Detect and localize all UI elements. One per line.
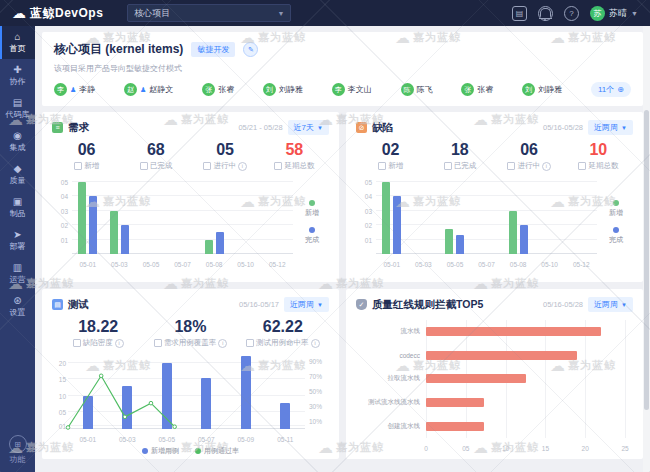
legend-dot (613, 200, 619, 206)
stat-label-text: 已完成 (454, 161, 477, 171)
bar-track (426, 327, 625, 336)
legend-item[interactable]: 完成 (305, 227, 319, 245)
app-logo[interactable]: ☁ 蓝鲸DevOps (0, 5, 111, 22)
y-axis-tick: 03 (356, 208, 372, 215)
period-dropdown[interactable]: 近两周 ▼ (284, 297, 329, 312)
code-repo-icon: ▤ (13, 97, 22, 108)
member-chip[interactable]: 赵♟赵静文 (124, 83, 173, 96)
legend-item[interactable]: 新增 (305, 200, 319, 218)
more-members-badge[interactable]: 11个⊕ (591, 82, 631, 97)
sidebar-item-运营[interactable]: ▥运营 (0, 257, 35, 290)
period-value: 近两周 (594, 299, 618, 310)
legend-item[interactable]: 完成 (609, 227, 623, 245)
sidebar-item-代码库[interactable]: ▤代码库 (0, 92, 35, 125)
chart-column (104, 176, 136, 254)
redline-card: ✓ 质量红线规则拦截TOP5 05/16-05/28 近两周 ▼ 流水线code… (346, 289, 643, 459)
stat-label: 已完成 (121, 161, 190, 171)
left-axis-tick: 05 (59, 409, 66, 416)
x-axis-tick: 25 (621, 445, 628, 452)
sidebar-item-协作[interactable]: ✚协作 (0, 59, 35, 92)
changelog-icon[interactable]: ▤ (512, 6, 527, 21)
member-name: 张睿 (218, 84, 234, 95)
calendar-icon (378, 162, 386, 170)
project-card: 核心项目 (kernel items) 敏捷开发 ✎ 该项目采用产品导向型敏捷交… (42, 32, 643, 106)
stat-label: 已完成 (425, 161, 494, 171)
calendar-icon (507, 162, 515, 170)
card-header: ≡ 需求 05/21 - 05/28 近7天 ▼ (52, 120, 329, 135)
chart-legend: 新增用例用例通过率 (52, 446, 329, 456)
left-axis-tick: 15 (59, 376, 66, 383)
stat-label-text: 进行中 (517, 161, 540, 171)
chart-column (471, 176, 503, 254)
x-axis-tick: 05-01 (68, 436, 108, 443)
y-axis-tick: 04 (356, 193, 372, 200)
x-axis-tick: 05-08 (502, 261, 534, 268)
sidebar-item-质量[interactable]: ◆质量 (0, 158, 35, 191)
info-icon[interactable]: i (542, 162, 551, 171)
period-dropdown[interactable]: 近两周 ▼ (588, 120, 633, 135)
member-chip[interactable]: 张张睿 (461, 83, 493, 96)
project-select-value: 核心项目 (134, 7, 170, 20)
sidebar-item-label: 运营 (10, 275, 26, 284)
scrollbar-track[interactable] (643, 26, 650, 472)
date-range: 05/21 - 05/28 (238, 123, 282, 132)
legend-item[interactable]: 新增 (609, 200, 623, 218)
member-chip[interactable]: 李李文山 (332, 83, 372, 96)
stat: 05进行中i (191, 141, 260, 171)
sidebar-item-制品[interactable]: ▣制品 (0, 191, 35, 224)
member-name: 李文山 (348, 84, 372, 95)
bar-完成 (393, 196, 401, 254)
avatar: 张 (461, 83, 474, 96)
member-chip[interactable]: 刘刘静雅 (522, 83, 562, 96)
member-chip[interactable]: 陈陈飞 (401, 83, 433, 96)
y-axis-tick: 04 (52, 193, 68, 200)
stat-label-text: 需求用例覆盖率 (164, 338, 217, 348)
period-dropdown[interactable]: 近7天 ▼ (288, 120, 329, 135)
sidebar-item-label: 功能 (10, 455, 26, 464)
grouped-bar-chart: 010203040505-0105-0305-0505-0705-0805-10… (356, 176, 633, 268)
legend-item[interactable]: 用例通过率 (195, 446, 239, 456)
chart-column (261, 176, 293, 254)
sidebar-item-部署[interactable]: ➤部署 (0, 224, 35, 257)
owner-icon: ♟ (70, 86, 76, 93)
sidebar-item-设置[interactable]: ⊛设置 (0, 290, 35, 323)
project-select[interactable]: 核心项目 ▼ (127, 4, 291, 22)
user-menu[interactable]: 苏 苏晴 ▼ (590, 6, 638, 21)
sidebar-item-label: 集成 (10, 143, 26, 152)
avatar: 陈 (401, 83, 414, 96)
info-icon[interactable]: i (311, 339, 320, 348)
scrollbar-thumb[interactable] (644, 110, 649, 410)
stat-value: 18.22 (52, 318, 144, 336)
member-chip[interactable]: 刘刘静雅 (263, 83, 303, 96)
stat-label-text: 新增 (84, 161, 99, 171)
stat-value: 10 (564, 141, 633, 159)
sidebar-item-集成[interactable]: ◉集成 (0, 125, 35, 158)
project-edit-icon[interactable]: ✎ (243, 42, 258, 57)
plus-circle-icon: ⊕ (617, 85, 624, 94)
info-icon[interactable]: i (115, 339, 124, 348)
sidebar-item-首页[interactable]: ⌂首页 (0, 26, 35, 59)
calendar-icon (274, 162, 282, 170)
bar-完成 (216, 232, 224, 254)
table-row: 流水线 (356, 327, 625, 336)
help-icon[interactable]: ? (564, 6, 579, 21)
member-chip[interactable]: 李♟李静 (54, 83, 95, 96)
member-chip[interactable]: 张张睿 (202, 83, 234, 96)
stat-value: 02 (356, 141, 425, 159)
x-axis-tick: 05-12 (261, 261, 293, 268)
card-header: ▤ 测试 05/16-05/17 近两周 ▼ (52, 297, 329, 312)
stat-value: 06 (52, 141, 121, 159)
stat-value: 62.22 (237, 318, 329, 336)
sidebar-item-features[interactable]: ⊞ 功能 (0, 435, 35, 472)
chevron-down-icon: ▼ (621, 302, 627, 308)
hbar-rows: 流水线codecc拉取流水线测试流水线流水线创建流水线 (356, 320, 625, 438)
info-icon[interactable]: i (218, 339, 227, 348)
notification-bell-icon[interactable] (538, 6, 553, 21)
x-axis-tick: 05-09 (226, 436, 266, 443)
cards-row-2: ▤ 测试 05/16-05/17 近两周 ▼ 18.22缺陷密度i18%需求用例… (42, 289, 643, 459)
legend-item[interactable]: 新增用例 (142, 446, 179, 456)
period-dropdown[interactable]: 近两周 ▼ (588, 297, 633, 312)
sidebar: ⌂首页✚协作▤代码库◉集成◆质量▣制品➤部署▥运营⊛设置 ⊞ 功能 (0, 26, 35, 472)
category-label: codecc (356, 352, 426, 359)
info-icon[interactable]: i (238, 162, 247, 171)
